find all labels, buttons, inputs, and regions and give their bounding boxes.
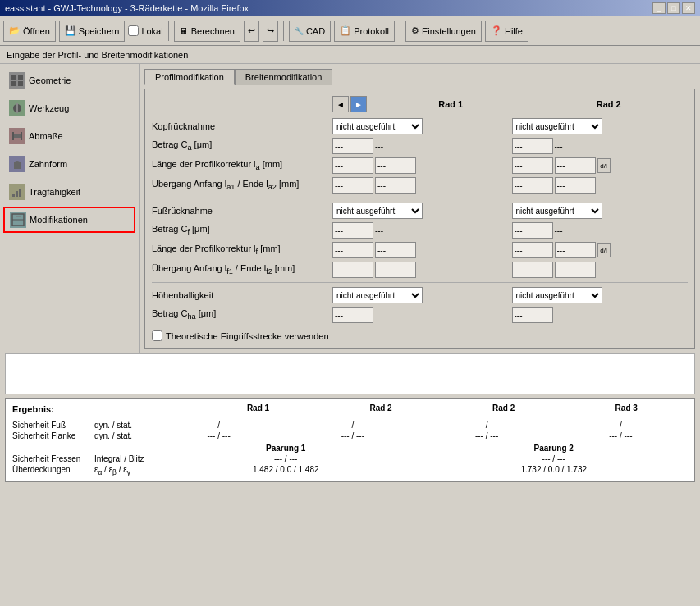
lange-profil-f-rad2-input1[interactable] [512,242,553,258]
redo-button[interactable]: ↪ [263,21,278,42]
section-header: Eingabe der Profil- und Breitenmodifikat… [0,46,700,64]
calculate-button[interactable]: 🖩 Berechnen [174,21,240,42]
sicherheit-fuss-label: Sicherheit Fuß [12,421,94,430]
local-checkbox-container: Lokal [128,25,162,36]
local-checkbox[interactable] [128,25,139,36]
sidebar-item-zahnform[interactable]: Zahnform [3,151,135,177]
ubergang-rad2-input2[interactable] [555,177,596,194]
fussrucknahme-rad1-select[interactable]: nicht ausgeführt linear progressiv [332,203,423,219]
paarung2-header: Paarung 2 [420,444,689,453]
help-button[interactable]: ❓ Hilfe [485,21,528,42]
sicherheit-fressen-unit: Integral / Blitz [94,454,152,463]
sicherheit-fressen-p2: --- / --- [420,454,689,463]
save-button[interactable]: 💾 Speichern [59,21,126,42]
betrag-cf-rad2-input1[interactable] [512,222,553,239]
sidebar-item-tragfahigkeit[interactable]: Tragfähigkeit [3,179,135,205]
settings-button[interactable]: ⚙ Einstellungen [405,21,482,42]
betrag-cha-rad1-input[interactable] [332,307,373,323]
lange-profil-label: Länge der Profilkorrektur la [mm] [152,159,332,171]
sidebar-item-modifikationen[interactable]: Modifikationen [3,207,135,233]
betrag-cf-rad1-input1[interactable] [332,222,373,239]
maximize-button[interactable]: □ [667,2,680,14]
lange-profil-f-rad1-input1[interactable] [332,242,373,258]
toolbar-separator-2 [283,21,284,41]
sicherheit-fuss-rad3: --- / --- [554,421,688,430]
window-controls[interactable]: _ □ ✕ [652,2,695,14]
unit-toggle-button-la[interactable]: d/l [597,158,611,173]
help-icon: ❓ [491,25,502,36]
sidebar-item-geometrie[interactable]: Geometrie [3,67,135,93]
ubergang-row: Übergang Anfang la1 / Ende la2 [mm] [152,176,688,194]
betrag-ca-rad1-input1[interactable] [332,138,373,154]
sicherheit-fressen-label: Sicherheit Fressen [12,454,94,463]
ubergang-rad1-input1[interactable] [332,177,373,194]
ergebnis-col-rad2b: Rad 2 [442,403,565,412]
ubergang-f-row: Übergang Anfang lf1 / Ende lf2 [mm] [152,261,688,279]
fussrucknahme-rad2-select[interactable]: nicht ausgeführt linear progressiv [512,203,602,219]
lange-profil-rad1-input1[interactable] [332,157,373,174]
ergebnis-col-rad3: Rad 3 [565,403,688,412]
geometrie-icon [9,72,25,89]
minimize-button[interactable]: _ [652,2,666,14]
svg-rect-5 [16,103,18,113]
tab-profilmodifikation[interactable]: Profilmodifikation [144,69,235,85]
ubergang-f-rad1-input1[interactable] [332,262,373,278]
lange-profil-f-rad2-input2[interactable] [555,242,596,258]
svg-rect-8 [21,132,22,140]
nav-prev-button[interactable]: ◄ [332,96,349,112]
lange-profil-row: Länge der Profilkorrektur la [mm] d/l [152,157,688,175]
close-button[interactable]: ✕ [682,2,695,14]
eingriffsstrecke-label: Theoretische Eingriffsstrecke verwenden [166,331,329,341]
ubergang-f-rad1-input2[interactable] [375,262,416,278]
hohenballigkeit-label: Höhenballigkeit [152,290,332,300]
checkbox-row: Theoretische Eingriffsstrecke verwenden [152,330,688,341]
sicherheit-fuss-rad2a: --- / --- [286,421,419,430]
lange-profil-rad1-input2[interactable] [375,157,416,174]
sicherheit-flanke-unit: dyn. / stat. [94,431,152,440]
separator-1 [152,198,688,198]
betrag-ca-rad2-input1[interactable] [512,138,553,154]
lange-profil-f-rad1-input2[interactable] [375,242,416,258]
kopfrucknahme-rad1-select[interactable]: nicht ausgeführt linear progressiv [332,118,423,134]
lange-profil-rad2-input2[interactable] [555,157,596,174]
ubergang-rad1-input2[interactable] [375,177,416,194]
sidebar-item-abmasse[interactable]: Abmaße [3,123,135,149]
redo-icon: ↪ [267,25,274,36]
sidebar-item-werkzeug[interactable]: Werkzeug [3,95,135,121]
svg-rect-11 [19,189,21,197]
kopfrucknahme-label: Kopfrücknahme [152,121,332,131]
open-button[interactable]: 📂 Öffnen [3,21,56,42]
nav-next-button[interactable]: ► [350,96,367,112]
svg-rect-0 [11,75,16,80]
betrag-cha-row: Betrag Cha [μm] [152,306,688,324]
eingriffsstrecke-checkbox[interactable] [152,330,162,341]
cad-icon: 🔧 [295,27,304,35]
ergebnis-title: Ergebnis: [12,404,54,414]
ubergang-f-rad2-input1[interactable] [512,262,553,278]
ubergang-rad2-input1[interactable] [512,177,553,194]
unit-toggle-button-lf[interactable]: d/l [597,243,611,257]
sicherheit-flanke-rad2b: --- / --- [420,431,554,440]
tragfahigkeit-icon [9,184,25,200]
separator-2 [152,282,688,283]
tab-bar: Profilmodifikation Breitenmodifikation [144,69,695,85]
ubergang-f-rad2-input2[interactable] [555,262,596,278]
ubergang-f-label: Übergang Anfang lf1 / Ende lf2 [mm] [152,263,332,276]
titlebar: eassistant - GWJ-Technology - 3-Räderket… [0,0,700,16]
cad-button[interactable]: 🔧 CAD [289,21,331,42]
protocol-button[interactable]: 📋 Protokoll [334,21,395,42]
hohenballigkeit-rad2-select[interactable]: nicht ausgeführt ballig parabolisch [512,287,602,303]
svg-rect-2 [11,81,16,86]
tab-breitenmodifikation[interactable]: Breitenmodifikation [235,69,333,85]
betrag-cf-row: Betrag Cf [μm] --- --- [152,221,688,239]
column-header-rad2: Rad 2 [530,99,689,109]
sicherheit-fuss-unit: dyn. / stat. [94,421,152,430]
betrag-cha-rad2-input[interactable] [512,307,553,323]
lange-profil-rad2-input1[interactable] [512,157,553,174]
sicherheit-fuss-rad1: --- / --- [152,421,286,430]
kopfrucknahme-rad2-select[interactable]: nicht ausgeführt linear progressiv [512,118,602,134]
hohenballigkeit-rad1-select[interactable]: nicht ausgeführt ballig parabolisch [332,287,423,303]
uberdeckungen-unit: εα / εβ / εγ [94,465,152,476]
svg-rect-7 [12,132,14,140]
undo-button[interactable]: ↩ [244,21,259,42]
